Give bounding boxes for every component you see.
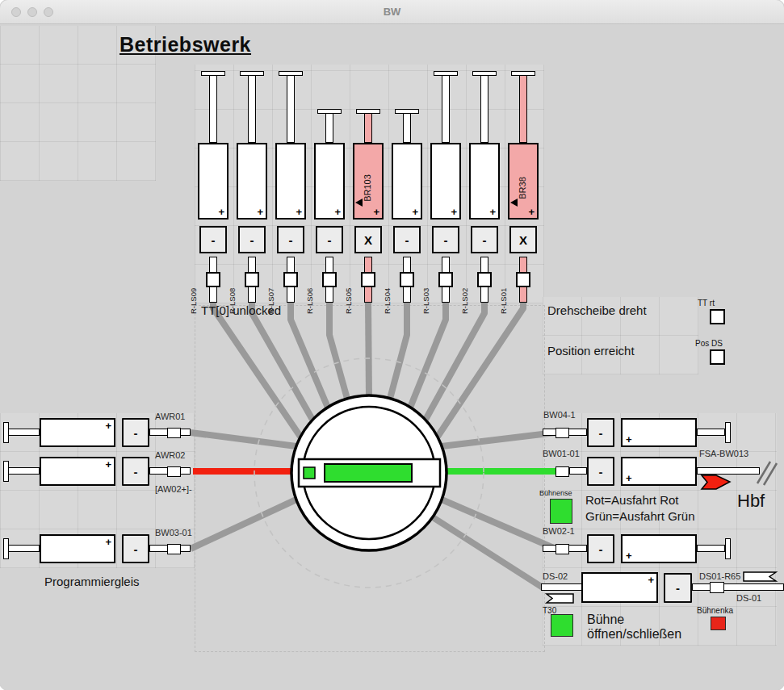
release-button-bw03-01[interactable]: - (122, 534, 149, 563)
indicator-row2-tag: Pos DS (695, 339, 723, 348)
track-block-bw03-01[interactable]: + (40, 534, 115, 563)
t30-button[interactable] (551, 614, 573, 637)
track-block-bw04-1[interactable]: + (621, 418, 697, 447)
track-segment (8, 467, 40, 475)
stub-track-label: R-LS04 (383, 264, 392, 314)
track-sensor (710, 582, 724, 593)
block-orientation-plus: + (626, 434, 632, 445)
stub-track-block-r-ls04[interactable]: + (392, 143, 422, 220)
stub-track-block-r-ls01[interactable]: +BR38 (508, 143, 539, 220)
track-segment (364, 113, 372, 143)
stub-button-r-ls09[interactable]: - (199, 226, 227, 253)
track-block-awr02[interactable]: + (40, 457, 115, 486)
release-button-ds-02[interactable]: - (664, 573, 692, 603)
stub-track-label: R-LS06 (305, 264, 315, 314)
train-direction-arrow-icon (510, 199, 518, 207)
track-segment (697, 467, 760, 475)
radial-track (191, 500, 296, 549)
track-sensor (361, 272, 375, 287)
track-sensor (556, 466, 569, 477)
track-block-bw02-1[interactable]: + (621, 534, 697, 563)
stub-track-block-r-ls06[interactable]: + (314, 143, 345, 220)
track-segment (8, 429, 40, 436)
track-break-slashes (757, 462, 777, 485)
track-sensor (556, 428, 569, 438)
track-diagram-canvas: Betriebswerk +-R-LS09+-R-LS08+-R-LS07+-R… (0, 24, 784, 690)
buehnense-tag: Bühnense (539, 489, 572, 497)
track-block-bw01-01[interactable]: + (621, 457, 697, 486)
track-segment (287, 75, 295, 143)
track-label-ds01-r65: DS01-R65 (699, 571, 740, 581)
release-button-awr01[interactable]: - (122, 418, 149, 447)
stub-button-r-ls05[interactable]: X (354, 226, 382, 253)
exit-signal-arrow (702, 475, 730, 489)
bridge-sensor-lamp (304, 467, 315, 479)
radial-track (442, 433, 556, 446)
track-sensor (556, 544, 569, 554)
buehne-caption-line1: Bühne (587, 613, 624, 627)
track-label-ds-01: DS-01 (736, 593, 761, 603)
stub-button-r-ls04[interactable]: - (393, 226, 421, 253)
track-sensor (400, 272, 414, 287)
stub-button-r-ls01[interactable]: X (509, 226, 537, 253)
release-button-bw04-1[interactable]: - (587, 418, 614, 447)
track-segment (697, 429, 725, 436)
indicator-row2-label: Position erreicht (547, 344, 635, 358)
radial-track (442, 500, 556, 549)
stub-button-r-ls02[interactable]: - (471, 226, 498, 253)
stub-button-r-ls08[interactable]: - (238, 226, 266, 253)
release-button-awr02[interactable]: - (122, 457, 149, 486)
stub-track-block-r-ls09[interactable]: + (198, 143, 228, 220)
track-segment (569, 467, 587, 475)
track-segment (692, 583, 784, 591)
block-orientation-plus: + (648, 575, 654, 585)
app-window: BW (0, 0, 784, 690)
stub-track-block-r-ls07[interactable]: + (275, 143, 306, 220)
block-orientation-plus: + (296, 207, 302, 217)
pos-ds-indicator (710, 349, 725, 365)
buffer-stop (725, 538, 731, 559)
track-label-bw02-1: BW02-1 (543, 526, 575, 536)
stub-track-label: R-LS09 (189, 264, 199, 314)
legend-line1: Rot=Ausfahrt Rot (585, 493, 678, 507)
track-label-awr01: AWR01 (155, 412, 186, 421)
buehnenka-lamp (711, 617, 726, 630)
buehnense-lamp (550, 499, 572, 524)
block-orientation-plus: + (489, 207, 496, 217)
track-block-ds-02[interactable]: + (581, 572, 658, 603)
titlebar: BW (0, 0, 784, 24)
buehnenka-tag: Bühnenka (697, 606, 733, 615)
buffer-stop (725, 422, 731, 443)
stub-track-block-r-ls08[interactable]: + (237, 143, 267, 220)
track-sensor (167, 544, 181, 554)
radial-track (390, 303, 407, 399)
stub-track-block-r-ls05[interactable]: +BR103 (353, 143, 384, 220)
release-button-bw02-1[interactable]: - (587, 534, 614, 563)
block-orientation-plus: + (334, 207, 341, 217)
stub-button-r-ls06[interactable]: - (316, 226, 343, 253)
stub-button-r-ls03[interactable]: - (432, 226, 459, 253)
route-flag-right (744, 572, 776, 581)
track-segment (541, 583, 583, 591)
radial-track (433, 517, 543, 588)
block-orientation-plus: + (412, 207, 418, 217)
window-title: BW (0, 6, 784, 18)
track-segment (403, 113, 411, 143)
stub-track-label: R-LS01 (499, 264, 509, 314)
stub-track-label: R-LS02 (460, 264, 470, 314)
track-sensor (245, 272, 259, 287)
page-title: Betriebswerk (119, 33, 251, 56)
radial-track (191, 433, 296, 446)
track-sensor (167, 428, 181, 438)
release-button-bw01-01[interactable]: - (587, 457, 614, 486)
radial-track (252, 303, 312, 420)
stub-button-r-ls07[interactable]: - (277, 226, 304, 253)
block-orientation-plus: + (626, 550, 632, 561)
stub-track-block-r-ls03[interactable]: + (430, 143, 461, 220)
track-sensor (477, 272, 492, 287)
track-segment (480, 75, 488, 143)
signal-label-fsa: FSA-BW013 (699, 449, 748, 458)
track-block-awr01[interactable]: + (40, 418, 115, 447)
train-label: BR38 (518, 174, 529, 202)
stub-track-block-r-ls02[interactable]: + (469, 143, 500, 220)
